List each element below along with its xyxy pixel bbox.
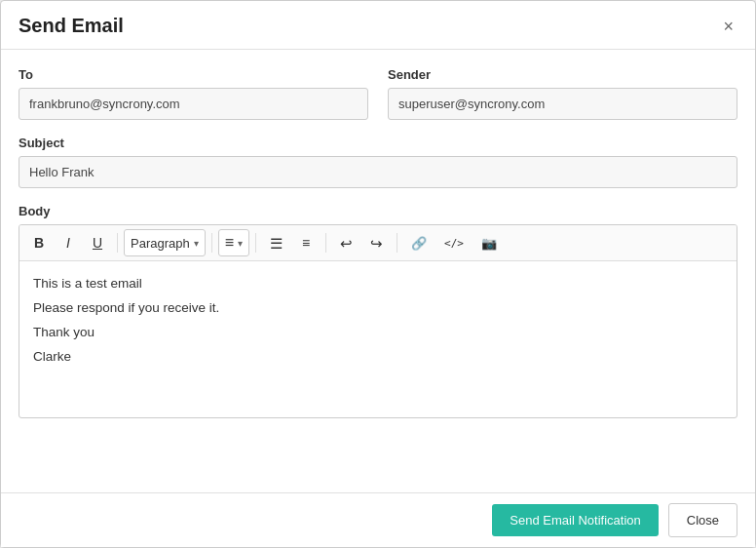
body-line-4: Clarke xyxy=(33,346,723,369)
image-button[interactable]: 📷 xyxy=(473,229,505,256)
ol-icon: ≡ xyxy=(302,236,310,250)
editor-content-area[interactable]: This is a test email Please respond if y… xyxy=(19,261,737,417)
underline-button[interactable]: U xyxy=(84,229,111,256)
to-sender-row: To Sender xyxy=(19,67,737,120)
italic-button[interactable]: I xyxy=(55,229,82,256)
body-label: Body xyxy=(19,204,737,218)
send-email-notification-button[interactable]: Send Email Notification xyxy=(492,504,658,536)
body-line-3: Thank you xyxy=(33,322,723,344)
align-dropdown[interactable]: ≡ ▾ xyxy=(218,229,249,256)
to-label: To xyxy=(19,67,368,82)
sender-label: Sender xyxy=(388,67,737,82)
body-line-2: Please respond if you receive it. xyxy=(33,297,723,320)
rich-text-editor: B I U Paragraph ▾ ≡ ▾ ☰ xyxy=(19,224,737,418)
body-section: Body B I U Paragraph ▾ ≡ ▾ xyxy=(19,204,737,418)
redo-button[interactable]: ↪ xyxy=(362,229,391,256)
to-input[interactable] xyxy=(19,88,368,120)
send-email-dialog: Send Email × To Sender Subject Body xyxy=(0,0,756,548)
subject-group: Subject xyxy=(19,136,737,188)
link-button[interactable]: 🔗 xyxy=(403,229,435,256)
separator-4 xyxy=(325,233,326,253)
separator-2 xyxy=(211,233,212,253)
paragraph-dropdown[interactable]: Paragraph ▾ xyxy=(124,229,206,256)
dialog-footer: Send Email Notification Close xyxy=(1,492,755,547)
to-group: To xyxy=(19,67,368,120)
separator-3 xyxy=(255,233,256,253)
ul-icon: ☰ xyxy=(270,236,283,251)
dialog-close-button[interactable]: × xyxy=(719,16,737,37)
align-icon: ≡ xyxy=(225,234,234,252)
separator-1 xyxy=(117,233,118,253)
sender-group: Sender xyxy=(388,67,737,120)
align-dropdown-arrow: ▾ xyxy=(238,238,243,249)
undo-button[interactable]: ↩ xyxy=(332,229,360,256)
unordered-list-button[interactable]: ☰ xyxy=(262,229,290,256)
subject-row: Subject xyxy=(19,136,737,188)
paragraph-label: Paragraph xyxy=(131,236,190,251)
link-icon: 🔗 xyxy=(411,237,427,250)
code-button[interactable]: </> xyxy=(436,229,472,256)
dialog-header: Send Email × xyxy=(1,1,755,50)
subject-label: Subject xyxy=(19,136,737,150)
code-icon: </> xyxy=(444,238,464,249)
ordered-list-button[interactable]: ≡ xyxy=(292,229,320,256)
dialog-title: Send Email xyxy=(19,15,124,37)
dialog-body: To Sender Subject Body B I xyxy=(1,50,755,492)
redo-icon: ↪ xyxy=(370,236,383,251)
image-icon: 📷 xyxy=(481,237,497,250)
paragraph-dropdown-arrow: ▾ xyxy=(194,238,199,249)
close-button[interactable]: Close xyxy=(668,503,737,537)
sender-input[interactable] xyxy=(388,88,737,120)
bold-button[interactable]: B xyxy=(25,229,53,256)
undo-icon: ↩ xyxy=(340,236,353,251)
separator-5 xyxy=(397,233,397,253)
subject-input[interactable] xyxy=(19,156,737,188)
editor-toolbar: B I U Paragraph ▾ ≡ ▾ ☰ xyxy=(19,225,737,261)
body-line-1: This is a test email xyxy=(33,273,723,295)
